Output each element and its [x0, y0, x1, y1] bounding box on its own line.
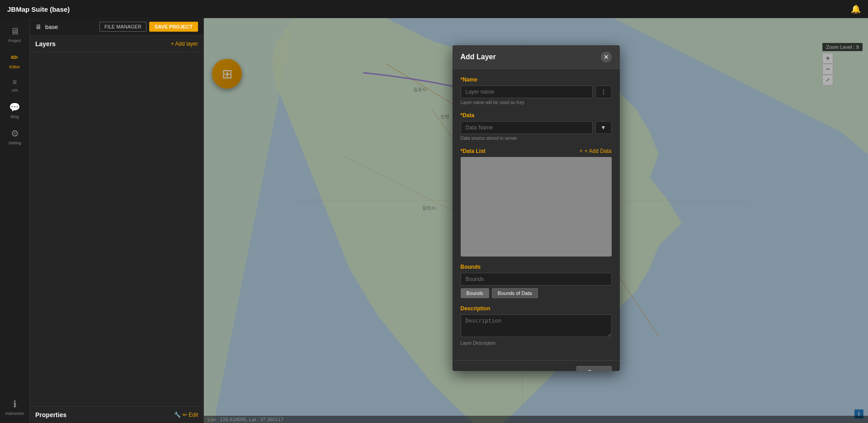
layers-title: Layers	[35, 40, 56, 48]
add-data-button[interactable]: + + Add Data	[580, 148, 612, 154]
wrench-icon: 🔧	[174, 412, 181, 418]
description-label: Description	[461, 305, 612, 312]
description-hint: Layer Description	[461, 341, 612, 346]
modal-header: Add Layer ✕	[453, 45, 620, 69]
data-name-input[interactable]	[461, 121, 593, 134]
api-icon: ≡	[13, 78, 17, 86]
description-textarea[interactable]	[461, 314, 612, 337]
data-field-group: *Data ▼ Data source stored in server	[461, 112, 612, 141]
main-layout: 🖥 Project ✏ Editor ≡ API 💬 Blog ⚙ Settin…	[0, 18, 868, 423]
left-panel: 🖥 base FILE MANAGER SAVE PROJECT Layers …	[30, 18, 204, 423]
sidebar-item-project[interactable]: 🖥 Project	[0, 22, 29, 48]
panel-buttons: FILE MANAGER SAVE PROJECT	[99, 22, 198, 32]
data-hint: Data source stored in server	[461, 136, 612, 141]
data-dropdown-button[interactable]: ▼	[595, 121, 612, 134]
bounds-label: Bounds	[461, 264, 612, 270]
sidebar-item-setting[interactable]: ⚙ Setting	[0, 124, 29, 150]
bounds-of-data-button[interactable]: Bounds of Data	[492, 288, 538, 298]
sidebar-item-api[interactable]: ≡ API	[0, 74, 29, 97]
layers-section: Layers + Add layer	[30, 36, 203, 52]
data-list-header: *Data List + + Add Data	[461, 148, 612, 154]
modal-body: *Name ⋮ Layer name will be used as Key *…	[453, 69, 620, 360]
sidebar-item-instruction[interactable]: ℹ Instruction	[0, 394, 29, 423]
add-data-label: + Add Data	[585, 148, 612, 154]
setting-icon: ⚙	[11, 128, 19, 139]
instruction-icon: ℹ	[13, 399, 17, 409]
base-label: base	[45, 24, 58, 30]
sidebar-label-blog: Blog	[10, 114, 19, 119]
save-button[interactable]: Save	[576, 366, 611, 371]
sidebar-label-api: API	[11, 88, 18, 93]
save-project-button[interactable]: SAVE PROJECT	[149, 22, 198, 32]
bounds-buttons: Bounds Bounds of Data	[461, 288, 612, 298]
properties-section: Properties 🔧 ✏ Edit	[30, 406, 203, 423]
sidebar-item-blog[interactable]: 💬 Blog	[0, 97, 29, 124]
name-label: *Name	[461, 76, 612, 83]
monitor-icon: 🖥	[35, 23, 42, 30]
name-input-row: ⋮	[461, 86, 612, 98]
data-label: *Data	[461, 112, 612, 119]
layer-list	[30, 52, 203, 406]
name-options-button[interactable]: ⋮	[595, 86, 612, 98]
file-manager-button[interactable]: FILE MANAGER	[99, 22, 146, 32]
data-list-group: *Data List + + Add Data	[461, 148, 612, 257]
app-title: JBMap Suite (base)	[7, 5, 70, 13]
sidebar-label-project: Project	[8, 38, 21, 43]
name-hint: Layer name will be used as Key	[461, 100, 612, 105]
modal-overlay: Add Layer ✕ *Name ⋮ Layer name will be u…	[204, 18, 868, 423]
data-input-row: ▼	[461, 121, 612, 134]
sidebar-label-setting: Setting	[8, 141, 21, 145]
map-container[interactable]: 서울 인천 성남시 수원시 남양주시 양평군 김포시 의정부시 이천시 평택시 …	[204, 18, 868, 423]
sidebar-label-instruction: Instruction	[5, 411, 24, 416]
data-list-area	[461, 157, 612, 257]
bounds-group: Bounds Bounds Bounds of Data	[461, 264, 612, 298]
project-icon: 🖥	[10, 26, 19, 37]
bounds-input[interactable]	[461, 273, 612, 285]
sidebar-nav: 🖥 Project ✏ Editor ≡ API 💬 Blog ⚙ Settin…	[0, 18, 30, 423]
data-list-label: *Data List	[461, 148, 486, 154]
add-layer-button[interactable]: + Add layer	[171, 41, 198, 47]
panel-header: 🖥 base FILE MANAGER SAVE PROJECT	[30, 18, 203, 36]
name-field-group: *Name ⋮ Layer name will be used as Key	[461, 76, 612, 105]
modal-close-button[interactable]: ✕	[601, 52, 612, 62]
bounds-button[interactable]: Bounds	[461, 288, 489, 298]
modal-title: Add Layer	[461, 53, 496, 61]
properties-title: Properties	[35, 411, 66, 418]
plus-icon: +	[580, 148, 583, 154]
modal-footer: Save	[453, 360, 620, 371]
sidebar-item-editor[interactable]: ✏ Editor	[0, 48, 29, 74]
blog-icon: 💬	[9, 102, 20, 113]
name-input[interactable]	[461, 86, 593, 98]
sidebar-label-editor: Editor	[9, 65, 20, 69]
bell-icon[interactable]: 🔔	[851, 4, 861, 14]
description-group: Description Layer Description	[461, 305, 612, 346]
edit-label: ✏ Edit	[183, 412, 198, 418]
edit-button[interactable]: 🔧 ✏ Edit	[174, 412, 198, 418]
add-layer-modal: Add Layer ✕ *Name ⋮ Layer name will be u…	[453, 45, 620, 371]
topbar: JBMap Suite (base) 🔔	[0, 0, 868, 18]
editor-icon: ✏	[11, 52, 19, 63]
